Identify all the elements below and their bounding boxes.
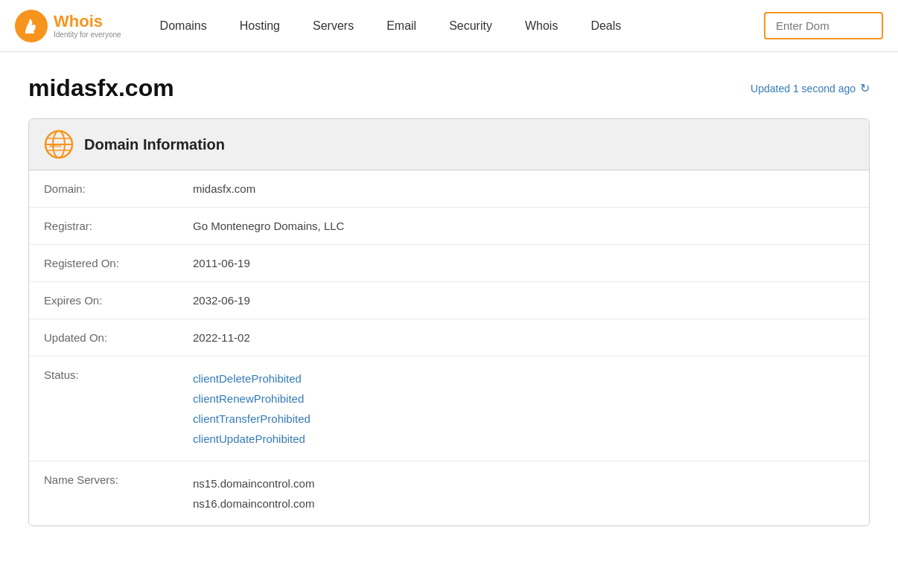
table-row: Registered On:2011-06-19: [29, 245, 869, 282]
field-label: Registrar:: [29, 208, 178, 245]
field-value: clientDeleteProhibitedclientRenewProhibi…: [178, 357, 869, 461]
field-value: 2011-06-19: [178, 245, 869, 282]
status-item: clientTransferProhibited: [193, 409, 854, 429]
logo-icon: [15, 10, 48, 42]
status-item: clientDeleteProhibited: [193, 368, 854, 389]
nameserver-item: ns16.domaincontrol.com: [193, 493, 854, 514]
www-icon: www: [44, 130, 74, 159]
field-label: Domain:: [29, 170, 178, 208]
search-wrapper: [764, 12, 883, 39]
field-label: Expires On:: [29, 282, 178, 319]
field-label: Status:: [29, 357, 178, 461]
field-value: midasfx.com: [178, 170, 869, 208]
table-row: Name Servers:ns15.domaincontrol.comns16.…: [29, 461, 869, 526]
updated-text: Updated 1 second ago: [751, 83, 856, 95]
field-label: Registered On:: [29, 245, 178, 282]
logo-link[interactable]: Whois Identity for everyone: [15, 10, 121, 42]
nav-whois[interactable]: Whois: [509, 0, 574, 52]
table-row: Registrar:Go Montenegro Domains, LLC: [29, 208, 869, 245]
nameserver-item: ns15.domaincontrol.com: [193, 473, 854, 493]
updated-badge: Updated 1 second ago ↻: [751, 81, 870, 95]
logo-whois-text: Whois: [54, 13, 121, 31]
status-item: clientUpdateProhibited: [193, 429, 854, 449]
nav-domains[interactable]: Domains: [144, 0, 223, 52]
logo-tagline: Identity for everyone: [54, 31, 121, 39]
card-header: www Domain Information: [29, 119, 869, 170]
status-item: clientRenewProhibited: [193, 389, 854, 409]
nav-security[interactable]: Security: [433, 0, 509, 52]
header: Whois Identity for everyone Domains Host…: [0, 0, 898, 52]
refresh-icon[interactable]: ↻: [860, 81, 870, 95]
nav-servers[interactable]: Servers: [296, 0, 370, 52]
table-row: Expires On:2032-06-19: [29, 282, 869, 319]
card-header-title: Domain Information: [84, 136, 225, 153]
nav-deals[interactable]: Deals: [574, 0, 637, 52]
domain-title: midasfx.com: [28, 74, 174, 102]
table-row: Domain:midasfx.com: [29, 170, 869, 208]
page-content: midasfx.com Updated 1 second ago ↻ www D…: [13, 52, 885, 549]
search-input[interactable]: [764, 12, 883, 39]
field-label: Name Servers:: [29, 461, 178, 526]
field-label: Updated On:: [29, 319, 178, 357]
nav-email[interactable]: Email: [370, 0, 433, 52]
domain-info-card: www Domain Information Domain:midasfx.co…: [28, 118, 870, 526]
svg-text:www: www: [48, 143, 62, 148]
field-value: Go Montenegro Domains, LLC: [178, 208, 869, 245]
table-row: Status:clientDeleteProhibitedclientRenew…: [29, 357, 869, 461]
domain-info-table: Domain:midasfx.comRegistrar:Go Montenegr…: [29, 170, 869, 525]
field-value: 2022-11-02: [178, 319, 869, 357]
domain-title-bar: midasfx.com Updated 1 second ago ↻: [28, 74, 870, 102]
table-row: Updated On:2022-11-02: [29, 319, 869, 357]
main-nav: Domains Hosting Servers Email Security W…: [144, 0, 764, 52]
field-value: 2032-06-19: [178, 282, 869, 319]
nav-hosting[interactable]: Hosting: [223, 0, 296, 52]
field-value: ns15.domaincontrol.comns16.domaincontrol…: [178, 461, 869, 526]
